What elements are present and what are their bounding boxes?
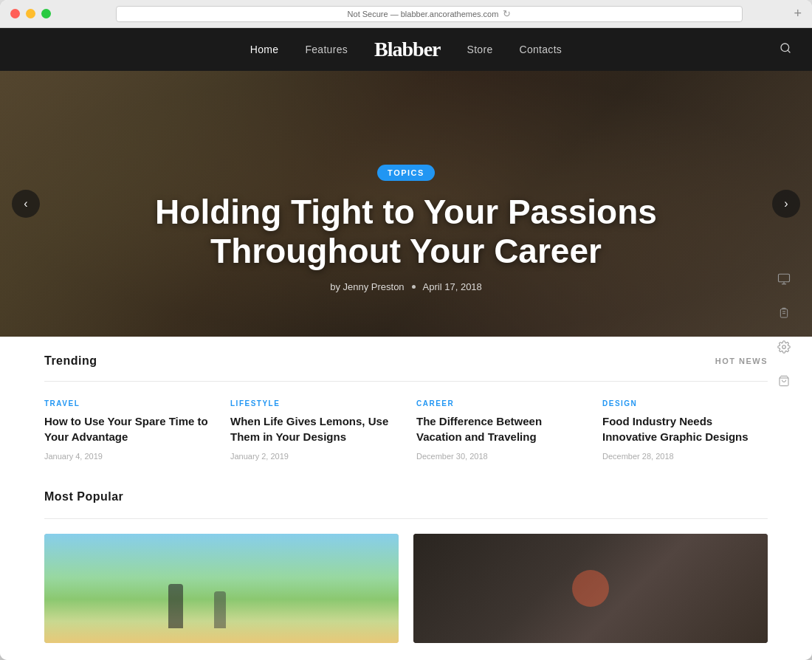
site-content: Home Features Blabber Store Contacts ‹ › bbox=[0, 28, 812, 660]
nav-links: Home Features Blabber Store Contacts bbox=[250, 38, 562, 61]
new-tab-button[interactable]: + bbox=[794, 6, 802, 21]
svg-point-8 bbox=[782, 346, 786, 349]
hero-date: April 17, 2018 bbox=[423, 281, 482, 292]
clipboard-icon[interactable] bbox=[774, 303, 794, 323]
navbar: Home Features Blabber Store Contacts bbox=[0, 28, 812, 71]
trending-article-title[interactable]: When Life Gives Lemons, Use Them in Your… bbox=[230, 413, 396, 444]
trending-date: January 2, 2019 bbox=[230, 452, 396, 461]
trending-item: LIFESTYLE When Life Gives Lemons, Use Th… bbox=[230, 399, 396, 461]
hero-title-line2: Throughout Your Career bbox=[210, 232, 602, 270]
nav-store[interactable]: Store bbox=[467, 44, 493, 55]
trending-item: TRAVEL How to Use Your Spare Time to You… bbox=[44, 399, 210, 461]
trending-article-title[interactable]: Food Industry Needs Innovative Graphic D… bbox=[602, 413, 768, 444]
trending-grid: TRAVEL How to Use Your Spare Time to You… bbox=[44, 399, 768, 484]
settings-icon[interactable] bbox=[774, 337, 794, 357]
trending-category: LIFESTYLE bbox=[230, 399, 396, 408]
address-bar[interactable]: Not Secure — blabber.ancorathemes.com ↻ bbox=[116, 6, 743, 22]
trending-item: CAREER The Difference Between Vacation a… bbox=[416, 399, 582, 461]
slider-next-button[interactable]: › bbox=[772, 190, 800, 218]
next-icon: › bbox=[784, 197, 788, 210]
popular-card-workshop[interactable] bbox=[413, 534, 768, 643]
address-bar-text: Not Secure — blabber.ancorathemes.com bbox=[348, 10, 499, 18]
hero-tag: TOPICS bbox=[377, 165, 435, 181]
nav-brand: Blabber bbox=[374, 38, 440, 61]
svg-line-1 bbox=[788, 50, 790, 52]
hero-title-line1: Holding Tight to Your Passions bbox=[155, 193, 657, 231]
minimize-button[interactable] bbox=[26, 9, 35, 18]
search-icon[interactable] bbox=[780, 42, 791, 57]
most-popular-title: Most Popular bbox=[44, 490, 123, 503]
close-button[interactable] bbox=[10, 9, 20, 18]
trending-header: Trending HOT NEWS bbox=[44, 337, 768, 382]
bag-icon[interactable] bbox=[774, 371, 794, 391]
trending-date: January 4, 2019 bbox=[44, 452, 210, 461]
trending-article-title[interactable]: The Difference Between Vacation and Trav… bbox=[416, 413, 582, 444]
main-content: Trending HOT NEWS TRAVEL How to Use Your… bbox=[0, 337, 812, 643]
most-popular-header: Most Popular bbox=[44, 484, 768, 519]
mac-window: Not Secure — blabber.ancorathemes.com ↻ … bbox=[0, 0, 812, 660]
hero-author: by Jenny Preston bbox=[330, 281, 404, 292]
side-icons bbox=[774, 269, 794, 391]
hero-content: TOPICS Holding Tight to Your Passions Th… bbox=[0, 165, 812, 292]
trending-title: Trending bbox=[44, 354, 97, 368]
reload-icon[interactable]: ↻ bbox=[503, 8, 511, 19]
nav-features[interactable]: Features bbox=[305, 44, 348, 55]
trending-category: TRAVEL bbox=[44, 399, 210, 408]
popular-grid bbox=[44, 534, 768, 643]
svg-rect-2 bbox=[779, 274, 790, 282]
prev-icon: ‹ bbox=[24, 197, 27, 210]
trending-date: December 30, 2018 bbox=[416, 452, 582, 461]
trending-category: DESIGN bbox=[602, 399, 768, 408]
maximize-button[interactable] bbox=[41, 9, 51, 18]
slider-prev-button[interactable]: ‹ bbox=[12, 190, 40, 218]
hero-dot bbox=[412, 285, 416, 289]
hero-slider: ‹ › TOPICS Holding Tight to Your Passion… bbox=[0, 71, 812, 337]
titlebar: Not Secure — blabber.ancorathemes.com ↻ … bbox=[0, 0, 812, 28]
popular-card-running[interactable] bbox=[44, 534, 399, 643]
nav-home[interactable]: Home bbox=[250, 44, 279, 55]
trending-article-title[interactable]: How to Use Your Spare Time to Your Advan… bbox=[44, 413, 210, 444]
nav-contacts[interactable]: Contacts bbox=[519, 44, 562, 55]
hero-meta: by Jenny Preston April 17, 2018 bbox=[0, 281, 812, 292]
trending-date: December 28, 2018 bbox=[602, 452, 768, 461]
trending-category: CAREER bbox=[416, 399, 582, 408]
trending-item: DESIGN Food Industry Needs Innovative Gr… bbox=[602, 399, 768, 461]
monitor-icon[interactable] bbox=[774, 269, 794, 289]
hero-title: Holding Tight to Your Passions Throughou… bbox=[0, 193, 812, 271]
trending-tag: HOT NEWS bbox=[715, 357, 768, 365]
